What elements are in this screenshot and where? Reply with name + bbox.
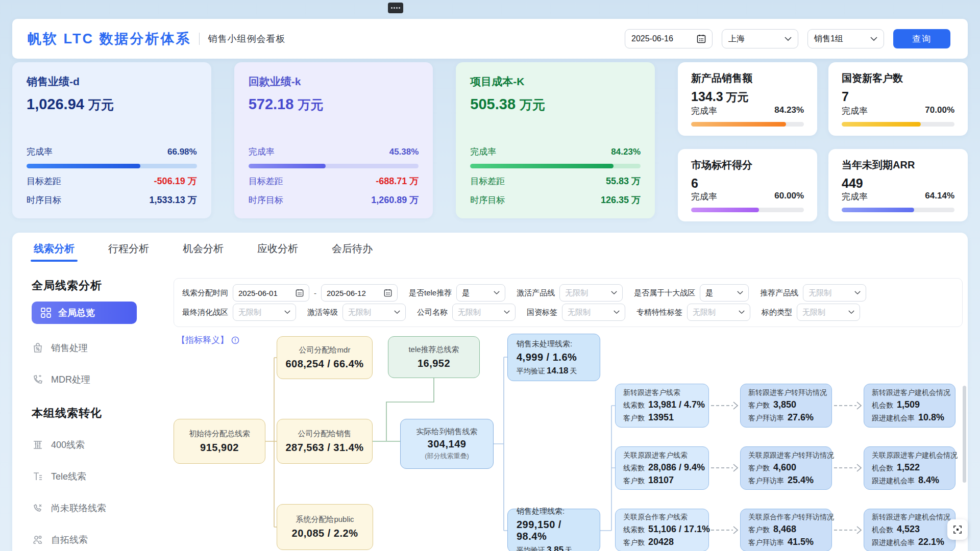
tele-recommend-select[interactable]: 是 — [456, 284, 505, 302]
brand-divider — [199, 33, 200, 45]
state-owned-tag-select[interactable]: 无限制 — [562, 304, 625, 321]
sidebar-item-label: MDR处理 — [51, 373, 90, 386]
activated-product-line-select[interactable]: 无限制 — [559, 284, 623, 302]
date-value: 2025-06-16 — [631, 34, 673, 43]
progress-fill — [27, 164, 140, 168]
top-ten-war-zone-select[interactable]: 是 — [700, 284, 749, 302]
kpi-row: 销售业绩-d 1,026.94万元 完成率66.98% 目标差距-506.19 … — [12, 62, 968, 218]
recommended-product-line-select[interactable]: 无限制 — [803, 284, 866, 302]
sidebar: 全局线索分析 全局总览 销售处理 — [12, 278, 174, 551]
phone-icon — [32, 373, 44, 386]
kpi-gap-row: 目标差距55.83 万 — [470, 175, 641, 187]
sales-group-select[interactable]: 销售1组 — [807, 29, 884, 48]
sidebar-item-label: 全局总览 — [58, 307, 95, 319]
sidebar-item-tele-leads[interactable]: Tele线索 — [32, 469, 174, 484]
bag-percent-icon — [32, 342, 44, 354]
kpi-target-value: 1,260.89 万 — [371, 194, 419, 206]
filter-recommended-product-line: 推荐产品线 无限制 — [760, 284, 866, 302]
main-panel: 线索分析 行程分析 机会分析 应收分析 会后待办 全局线索分析 全局总览 — [12, 233, 968, 551]
filter-target-type: 标的类型 无限制 — [762, 304, 860, 321]
sidebar-item-overview[interactable]: 全局总览 — [32, 302, 137, 324]
filter-state-owned-tag: 国资标签 无限制 — [527, 304, 625, 321]
lead-funnel-flowchart: 【指标释义】 初始待分配总线索 915,902 公司分配给mdr 608,254… — [174, 328, 980, 551]
date-to-input[interactable]: 2025-06-12 — [321, 284, 398, 302]
filter-row-1: 线索分配时间 2025-06-01 - 2025-06-12 — [182, 283, 954, 303]
tab-receivable-analysis[interactable]: 应收分析 — [257, 242, 298, 262]
chevron-down-icon — [611, 291, 617, 295]
progress-fill — [842, 208, 914, 212]
tab-bar: 线索分析 行程分析 机会分析 应收分析 会后待办 — [12, 233, 968, 262]
mini-value: 449 — [842, 176, 954, 191]
tab-after-meeting-todo[interactable]: 会后待办 — [332, 242, 373, 262]
sidebar-item-sales-handling[interactable]: 销售处理 — [32, 340, 174, 356]
chevron-down-icon — [785, 37, 792, 41]
flow-node-related-follow-visit: 关联原跟进客户转拜访情况 客户数4,600 客户拜访率25.4% — [740, 446, 832, 490]
activation-level-select[interactable]: 无限制 — [342, 304, 406, 321]
kpi-gap-value: -688.71 万 — [376, 175, 419, 187]
kpi-target-row: 时序目标126.35 万 — [470, 194, 641, 206]
mini-value: 7 — [842, 89, 954, 104]
flow-node-initial-leads: 初始待分配总线索 915,902 — [174, 419, 265, 464]
sidebar-item-uncontacted-leads[interactable]: 尚未联络线索 — [32, 500, 174, 516]
sidebar-item-400-leads[interactable]: 400线索 — [32, 437, 174, 453]
fullscreen-icon — [953, 525, 962, 534]
sidebar-item-mdr-handling[interactable]: MDR处理 — [32, 372, 174, 387]
app-logo: 帆软 LTC 数据分析体系 — [28, 30, 191, 48]
mini-rate-row: 完成率84.23% — [691, 105, 804, 117]
company-name-select[interactable]: 无限制 — [452, 304, 516, 321]
date-picker[interactable]: 2025-06-16 — [625, 29, 713, 48]
tab-opportunity-analysis[interactable]: 机会分析 — [183, 242, 224, 262]
region-select[interactable]: 上海 — [722, 29, 798, 48]
progress-fill — [691, 208, 759, 212]
flow-node-related-follow-opportunity: 关联原跟进客户建机会情况 机会数1,522 跟进建机会率8.4% — [864, 446, 955, 490]
sidebar-item-label: 400线索 — [51, 439, 85, 451]
kpi-rate-row: 完成率66.98% — [27, 146, 197, 158]
final-war-zone-select[interactable]: 无限制 — [233, 304, 296, 321]
sidebar-item-label: Tele线索 — [51, 470, 86, 483]
filter-lead-assign-time: 线索分配时间 2025-06-01 - 2025-06-12 — [182, 284, 398, 302]
kpi-value: 1,026.94万元 — [27, 96, 197, 113]
mini-card-new-product-sales: 新产品销售额 134.3万元 完成率84.23% — [678, 62, 817, 136]
kpi-target-value: 1,533.13 万 — [150, 194, 197, 206]
kpi-rate-row: 完成率45.38% — [249, 146, 419, 158]
mini-card-state-owned-customers: 国资新客户数 7 完成率70.00% — [828, 62, 968, 136]
calendar-icon — [384, 289, 392, 297]
filter-specialty-tag: 专精特性标签 无限制 — [636, 304, 750, 321]
date-from-input[interactable]: 2025-06-01 — [233, 284, 309, 302]
tab-lead-analysis[interactable]: 线索分析 — [34, 242, 75, 262]
fullscreen-button[interactable] — [947, 519, 968, 540]
mini-card-market-benchmark: 市场标杆得分 6 完成率60.00% — [678, 149, 817, 221]
progress-bar — [842, 208, 954, 212]
chevron-down-icon — [739, 310, 745, 314]
chevron-down-icon — [284, 310, 290, 314]
flow-node-assigned-to-sales: 公司分配给销售 287,563 / 31.4% — [277, 419, 373, 464]
query-button[interactable]: 查询 — [893, 29, 950, 48]
specialty-tag-select[interactable]: 无限制 — [687, 304, 750, 321]
kpi-card-sales: 销售业绩-d 1,026.94万元 完成率66.98% 目标差距-506.19 … — [12, 62, 211, 218]
flow-node-assigned-to-mdr: 公司分配给mdr 608,254 / 66.4% — [277, 336, 373, 379]
info-icon — [231, 336, 239, 344]
kpi-rate-value: 84.23% — [611, 147, 641, 157]
chevron-down-icon — [854, 291, 861, 295]
calendar-icon — [697, 34, 706, 43]
sidebar-item-label: 销售处理 — [51, 342, 88, 354]
sidebar-item-label: 自拓线索 — [51, 534, 88, 546]
scrollbar-thumb[interactable] — [963, 386, 966, 483]
sidebar-section-global: 全局线索分析 — [32, 278, 174, 293]
abacus-icon — [32, 439, 44, 451]
sidebar-item-self-developed-leads[interactable]: 自拓线索 — [32, 532, 174, 547]
kpi-target-row: 时序目标1,533.13 万 — [27, 194, 197, 206]
target-type-select[interactable]: 无限制 — [797, 304, 860, 321]
sidebar-item-label: 尚未联络线索 — [51, 502, 106, 514]
flow-node-cooperation-opportunity: 新转跟进客户建机会情况 机会数4,523 跟进建机会率22.1% — [864, 509, 955, 551]
tab-trip-analysis[interactable]: 行程分析 — [108, 242, 149, 262]
metric-definition-link[interactable]: 【指标释义】 — [177, 334, 239, 346]
kpi-title: 销售业绩-d — [27, 74, 197, 89]
kpi-gap-row: 目标差距-506.19 万 — [27, 175, 197, 187]
kpi-card-project-cost: 项目成本-K 505.38万元 完成率84.23% 目标差距55.83 万 时序… — [456, 62, 655, 218]
filter-activated-product-line: 激活产品线 无限制 — [517, 284, 623, 302]
mini-rate-row: 完成率70.00% — [842, 105, 954, 117]
lead-analysis-content: 线索分配时间 2025-06-01 - 2025-06-12 — [174, 278, 980, 551]
flow-node-processed-leads: 销售处理线索: 299,150 / 98.4% 平均验证3.85天 — [507, 509, 600, 551]
chevron-down-icon — [394, 310, 400, 314]
